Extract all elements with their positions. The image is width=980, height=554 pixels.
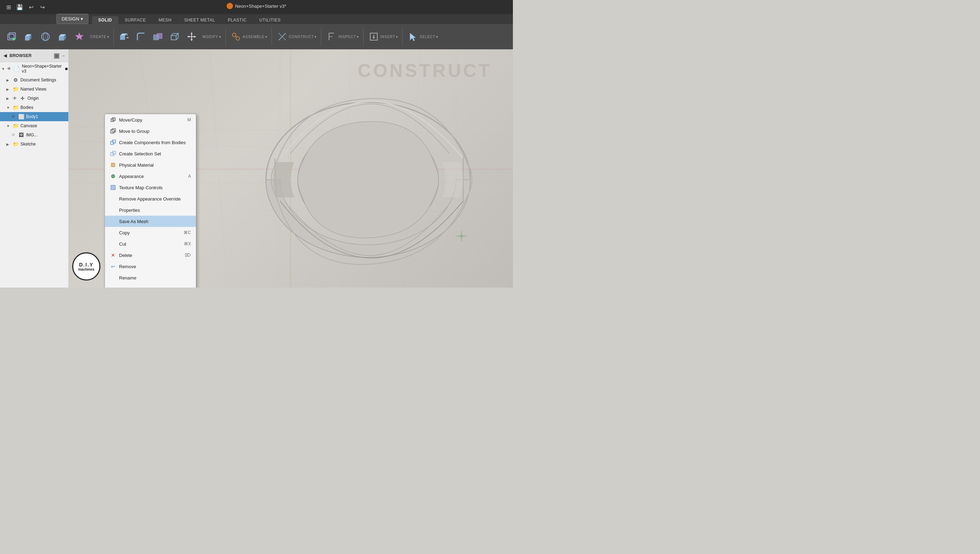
move-copy-icon bbox=[110, 117, 116, 123]
inspect-label-text: INSPECT bbox=[338, 35, 356, 39]
assemble-group-label[interactable]: ASSEMBLE ▾ bbox=[228, 31, 269, 43]
sidebar-item-doc-settings[interactable]: ▶ ⚙ Document Settings bbox=[0, 75, 68, 84]
menu-item-move-copy[interactable]: Move/Copy M bbox=[105, 114, 196, 126]
svg-rect-62 bbox=[111, 130, 114, 133]
eye-origin-icon[interactable]: 👁 bbox=[13, 96, 17, 101]
sidebar-item-root[interactable]: ▼ 👁 📄 Neon+Shape+Starter v3 ⏺ bbox=[0, 62, 68, 75]
combine-icon bbox=[152, 31, 164, 43]
save-icon[interactable]: 💾 bbox=[15, 2, 25, 12]
appearance-icon bbox=[110, 173, 116, 179]
tool-special[interactable] bbox=[71, 29, 88, 44]
svg-rect-68 bbox=[112, 151, 116, 154]
copy-label: Copy bbox=[119, 230, 130, 236]
expand-sketches-icon: ▶ bbox=[6, 142, 11, 146]
tool-shell[interactable] bbox=[167, 29, 183, 44]
sidebar-item-body1[interactable]: 👁 ⬜ Body1 bbox=[0, 112, 68, 121]
construct-group-label[interactable]: CONSTRUCT ▾ bbox=[274, 31, 319, 43]
insert-dropdown-icon: ▾ bbox=[396, 35, 398, 39]
menu-item-delete[interactable]: ✕ Delete ⌦ bbox=[105, 250, 196, 261]
shell-icon bbox=[169, 31, 181, 43]
design-label: DESIGN bbox=[62, 16, 79, 21]
fillet-icon bbox=[135, 31, 147, 43]
modify-label-text: MODIFY bbox=[202, 35, 218, 39]
tab-utilities[interactable]: UTILITIES bbox=[253, 16, 287, 24]
select-group-label[interactable]: SELECT ▾ bbox=[405, 31, 440, 43]
menu-item-display-detail[interactable]: Display Detail Control bbox=[105, 283, 196, 288]
sidebar-item-origin[interactable]: ▶ 👁 ✛ Origin bbox=[0, 94, 68, 103]
menu-item-remove-appearance[interactable]: Remove Appearance Override bbox=[105, 193, 196, 204]
expand-doc-icon: ▶ bbox=[6, 78, 11, 82]
sidebar-collapse-icon[interactable]: ◀ bbox=[3, 53, 7, 58]
inspect-group-label[interactable]: INSPECT ▾ bbox=[323, 31, 361, 43]
menu-item-physical-material[interactable]: Physical Material bbox=[105, 159, 196, 170]
design-button[interactable]: DESIGN ▾ bbox=[56, 14, 88, 24]
eye-root-icon[interactable]: 👁 bbox=[7, 66, 11, 71]
eye-body1-icon[interactable]: 👁 bbox=[11, 114, 16, 119]
physical-material-label: Physical Material bbox=[119, 162, 154, 168]
tab-sheet-metal[interactable]: SHEET METAL bbox=[178, 16, 221, 24]
sidebar-item-named-views[interactable]: ▶ 📁 Named Views bbox=[0, 84, 68, 94]
tool-extrude[interactable] bbox=[21, 29, 37, 44]
tab-plastic[interactable]: PLASTIC bbox=[221, 16, 253, 24]
create-components-label: Create Components from Bodies bbox=[119, 140, 186, 145]
sep6 bbox=[402, 28, 402, 45]
create-group-label[interactable]: CREATE ▾ bbox=[88, 35, 111, 39]
sidebar-item-img[interactable]: 👁 🖼 IMG... bbox=[0, 131, 68, 140]
menu-item-save-as-mesh[interactable]: Save As Mesh bbox=[105, 216, 196, 227]
tool-move[interactable] bbox=[183, 29, 200, 44]
app-title-text: Neon+Shape+Starter v3* bbox=[235, 3, 286, 9]
tool-fillet[interactable] bbox=[133, 29, 149, 44]
box-icon bbox=[56, 31, 68, 43]
svg-rect-20 bbox=[157, 33, 162, 38]
redo-icon[interactable]: ↪ bbox=[37, 2, 47, 12]
tool-new-component[interactable] bbox=[3, 29, 20, 44]
menu-item-create-components[interactable]: Create Components from Bodies bbox=[105, 137, 196, 148]
undo-icon[interactable]: ↩ bbox=[26, 2, 36, 12]
svg-marker-26 bbox=[191, 32, 192, 34]
tool-revolve[interactable] bbox=[37, 29, 54, 44]
extrude-icon bbox=[22, 31, 35, 43]
tab-mesh[interactable]: MESH bbox=[152, 16, 178, 24]
top-icons: ⊞ 💾 ↩ ↪ bbox=[3, 2, 47, 12]
menu-item-rename[interactable]: Rename bbox=[105, 272, 196, 283]
tool-box[interactable] bbox=[54, 29, 70, 44]
canvases-label: Canvase bbox=[21, 123, 37, 128]
remove-appearance-label: Remove Appearance Override bbox=[119, 196, 181, 202]
toolbar-top: ⊞ 💾 ↩ ↪ Neon+Shape+Starter v3* bbox=[0, 0, 513, 14]
sidebar-item-canvases[interactable]: ▼ 📁 Canvase bbox=[0, 121, 68, 131]
modify-group-label[interactable]: MODIFY ▾ bbox=[200, 35, 223, 39]
save-mesh-icon bbox=[110, 218, 116, 224]
sidebar-pin-icon[interactable]: ▣ bbox=[54, 52, 59, 60]
expand-bodies-icon: ▼ bbox=[6, 106, 11, 110]
sep1 bbox=[113, 28, 114, 45]
create-selection-label: Create Selection Set bbox=[119, 151, 161, 156]
menu-item-cut[interactable]: Cut ⌘X bbox=[105, 238, 196, 250]
eye-img-icon[interactable]: 👁 bbox=[11, 132, 16, 137]
sidebar-close-icon[interactable]: – bbox=[62, 53, 65, 58]
insert-group-label[interactable]: INSERT ▾ bbox=[366, 31, 401, 43]
tab-solid[interactable]: SOLID bbox=[92, 16, 118, 24]
menu-item-create-selection-set[interactable]: Create Selection Set bbox=[105, 148, 196, 159]
svg-rect-15 bbox=[120, 36, 125, 40]
sidebar-item-sketches[interactable]: ▶ 📁 Sketche bbox=[0, 140, 68, 149]
tool-combine[interactable] bbox=[150, 29, 166, 44]
tool-push-pull[interactable] bbox=[116, 29, 132, 44]
main-canvas[interactable]: CONSTRUCT Move/Copy M Move to Group bbox=[69, 49, 513, 288]
create-selection-icon bbox=[110, 150, 116, 157]
tab-surface[interactable]: SURFACE bbox=[118, 16, 152, 24]
folder-views-icon: 📁 bbox=[13, 86, 18, 92]
menu-item-properties[interactable]: Properties bbox=[105, 204, 196, 216]
apps-icon[interactable]: ⊞ bbox=[3, 2, 13, 12]
menu-item-texture-map[interactable]: Texture Map Controls bbox=[105, 182, 196, 193]
sidebar-item-bodies[interactable]: ▼ 📁 Bodies bbox=[0, 103, 68, 112]
expand-canvases-icon: ▼ bbox=[6, 124, 11, 128]
revolve-icon bbox=[40, 31, 51, 43]
delete-icon: ✕ bbox=[110, 252, 116, 258]
menu-item-copy[interactable]: Copy ⌘C bbox=[105, 227, 196, 238]
svg-rect-63 bbox=[112, 129, 116, 132]
menu-item-move-to-group[interactable]: Move to Group bbox=[105, 126, 196, 137]
menu-item-appearance[interactable]: Appearance A bbox=[105, 170, 196, 182]
img-icon: 🖼 bbox=[18, 132, 24, 138]
menu-item-remove[interactable]: ↩ Remove bbox=[105, 261, 196, 272]
remove-appearance-icon bbox=[110, 196, 116, 202]
